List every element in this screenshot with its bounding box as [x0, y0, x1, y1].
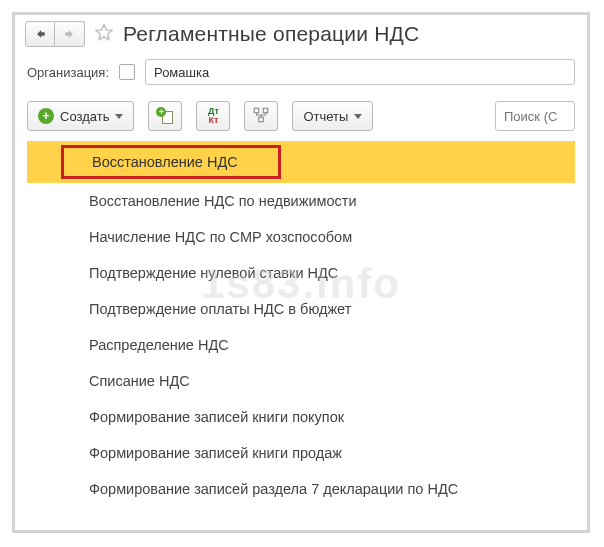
- list-item[interactable]: Распределение НДС: [27, 327, 575, 363]
- list-item-label: Подтверждение оплаты НДС в бюджет: [89, 301, 351, 317]
- list-item-label: Формирование записей книги покупок: [89, 409, 344, 425]
- list-item-label: Восстановление НДС: [61, 145, 281, 179]
- list-item[interactable]: Подтверждение оплаты НДС в бюджет: [27, 291, 575, 327]
- hierarchy-icon: [252, 106, 270, 127]
- list-item[interactable]: Восстановление НДС по недвижимости: [27, 183, 575, 219]
- search-input[interactable]: [495, 101, 575, 131]
- star-outline-icon: [93, 22, 115, 44]
- list-item[interactable]: Формирование записей книги продаж: [27, 435, 575, 471]
- svg-rect-1: [264, 108, 269, 113]
- chevron-down-icon: [354, 114, 362, 119]
- arrow-right-icon: [63, 27, 77, 41]
- list-item-label: Формирование записей книги продаж: [89, 445, 342, 461]
- list-item[interactable]: Подтверждение нулевой ставки НДС: [27, 255, 575, 291]
- favorite-star-button[interactable]: [93, 22, 115, 47]
- list-item-label: Списание НДС: [89, 373, 190, 389]
- list-item-label: Подтверждение нулевой ставки НДС: [89, 265, 338, 281]
- list-item[interactable]: Списание НДС: [27, 363, 575, 399]
- operation-list: Восстановление НДС Восстановление НДС по…: [15, 141, 587, 507]
- arrow-left-icon: [33, 27, 47, 41]
- copy-plus-icon: +: [157, 108, 173, 124]
- dtkt-icon: ДтКт: [208, 107, 219, 125]
- list-item-label: Восстановление НДС по недвижимости: [89, 193, 357, 209]
- organization-input[interactable]: [145, 59, 575, 85]
- plus-circle-icon: +: [38, 108, 54, 124]
- reports-button-label: Отчеты: [303, 109, 348, 124]
- organization-label: Организация:: [27, 65, 109, 80]
- chevron-down-icon: [115, 114, 123, 119]
- nav-forward-button[interactable]: [55, 21, 85, 47]
- create-button[interactable]: + Создать: [27, 101, 134, 131]
- list-item[interactable]: Формирование записей раздела 7 деклараци…: [27, 471, 575, 507]
- list-item-label: Распределение НДС: [89, 337, 229, 353]
- list-item-selected[interactable]: Восстановление НДС: [27, 141, 575, 183]
- reports-button[interactable]: Отчеты: [292, 101, 373, 131]
- svg-rect-0: [255, 108, 260, 113]
- hierarchy-button[interactable]: [244, 101, 278, 131]
- list-item-label: Начисление НДС по СМР хозспособом: [89, 229, 352, 245]
- svg-rect-2: [259, 117, 264, 122]
- list-item[interactable]: Формирование записей книги покупок: [27, 399, 575, 435]
- create-button-label: Создать: [60, 109, 109, 124]
- list-item-label: Формирование записей раздела 7 деклараци…: [89, 481, 458, 497]
- page-title: Регламентные операции НДС: [123, 22, 419, 46]
- organization-checkbox[interactable]: [119, 64, 135, 80]
- copy-button[interactable]: +: [148, 101, 182, 131]
- nav-back-button[interactable]: [25, 21, 55, 47]
- list-item[interactable]: Начисление НДС по СМР хозспособом: [27, 219, 575, 255]
- dtkt-button[interactable]: ДтКт: [196, 101, 230, 131]
